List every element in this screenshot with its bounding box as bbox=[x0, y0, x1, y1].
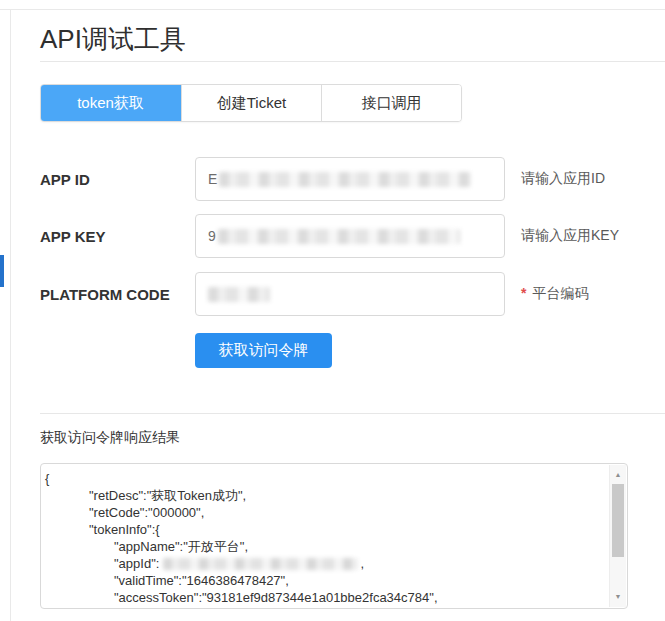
app-key-redacted-value bbox=[218, 229, 460, 244]
page-title: API调试工具 bbox=[40, 22, 186, 57]
token-response-box[interactable]: {"retDesc":"获取Token成功","retCode":"000000… bbox=[40, 463, 628, 609]
app-key-row: APP KEY 9 请输入应用KEY bbox=[40, 214, 619, 258]
get-token-button[interactable]: 获取访问令牌 bbox=[195, 333, 332, 368]
platform-code-redacted-value bbox=[208, 287, 270, 302]
app-id-value-prefix: E bbox=[208, 171, 217, 187]
required-asterisk: * bbox=[521, 285, 526, 301]
app-key-hint: 请输入应用KEY bbox=[521, 227, 619, 245]
panel-left-border bbox=[10, 9, 11, 621]
code-line: "validTime":"1646386478427", bbox=[41, 572, 603, 589]
platform-code-label: PLATFORM CODE bbox=[40, 286, 195, 303]
scrollbar-thumb[interactable] bbox=[612, 484, 624, 557]
left-edge-scroll-indicator bbox=[0, 255, 4, 287]
panel-top-border bbox=[0, 9, 665, 10]
code-line: "tokenInfo":{ bbox=[41, 521, 603, 538]
app-id-input[interactable]: E bbox=[195, 157, 505, 201]
platform-code-input[interactable] bbox=[195, 272, 505, 316]
platform-code-hint: *平台编码 bbox=[521, 285, 588, 303]
result-lines: {"retDesc":"获取Token成功","retCode":"000000… bbox=[41, 464, 627, 606]
section-divider bbox=[40, 413, 665, 414]
result-section-label: 获取访问令牌响应结果 bbox=[40, 429, 180, 447]
app-key-value-prefix: 9 bbox=[208, 228, 216, 244]
code-line: "appId":, bbox=[41, 555, 603, 572]
code-line: "retDesc":"获取Token成功", bbox=[41, 487, 603, 504]
app-key-label: APP KEY bbox=[40, 228, 195, 245]
code-line: { bbox=[41, 470, 603, 487]
tab-token[interactable]: token获取 bbox=[40, 84, 181, 122]
code-line: "appName":"开放平台", bbox=[41, 538, 603, 555]
platform-code-row: PLATFORM CODE *平台编码 bbox=[40, 272, 588, 316]
code-line: "accessToken":"93181ef9d87344e1a01bbe2fc… bbox=[41, 589, 603, 606]
scroll-up-icon[interactable]: ▲ bbox=[610, 467, 626, 483]
app-id-redacted-value bbox=[219, 172, 471, 187]
title-divider bbox=[40, 61, 665, 62]
tab-api-call[interactable]: 接口调用 bbox=[321, 85, 461, 121]
platform-code-hint-text: 平台编码 bbox=[532, 285, 588, 301]
result-scrollbar[interactable]: ▲ ▼ bbox=[609, 465, 626, 607]
app-key-input[interactable]: 9 bbox=[195, 214, 505, 258]
app-id-row: APP ID E 请输入应用ID bbox=[40, 157, 605, 201]
tab-bar: token获取 创建Ticket 接口调用 bbox=[40, 84, 462, 122]
scroll-down-icon[interactable]: ▼ bbox=[610, 589, 626, 605]
tab-create-ticket[interactable]: 创建Ticket bbox=[181, 85, 321, 121]
code-line: "retCode":"000000", bbox=[41, 504, 603, 521]
app-id-label: APP ID bbox=[40, 171, 195, 188]
app-id-hint: 请输入应用ID bbox=[521, 170, 605, 188]
redacted-app-id-value bbox=[163, 558, 358, 570]
